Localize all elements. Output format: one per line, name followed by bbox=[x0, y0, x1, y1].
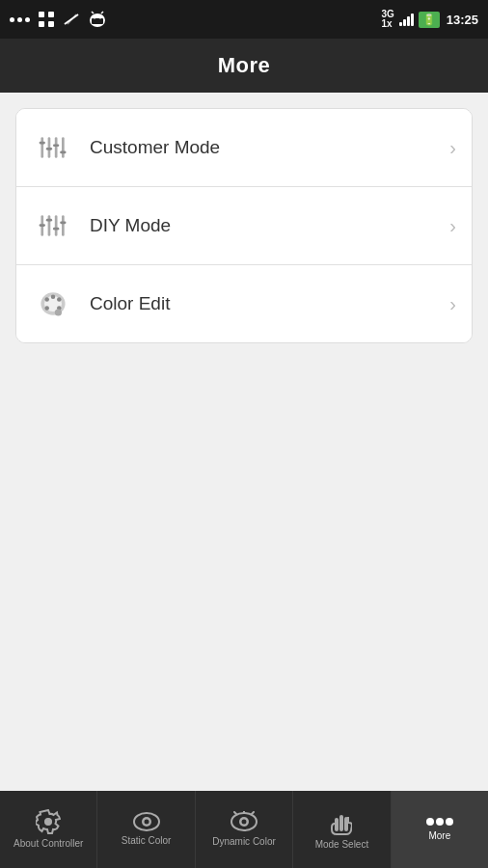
grid-icon bbox=[38, 11, 55, 28]
bar3 bbox=[407, 16, 410, 26]
network-type: 3G1x bbox=[381, 10, 393, 29]
diy-mode-label: DIY Mode bbox=[90, 215, 449, 236]
svg-line-11 bbox=[101, 12, 103, 14]
svg-line-5 bbox=[68, 14, 76, 24]
svg-point-32 bbox=[57, 297, 62, 302]
diy-mode-item[interactable]: DIY Mode › bbox=[16, 187, 472, 265]
svg-point-31 bbox=[51, 295, 56, 300]
svg-point-52 bbox=[446, 818, 453, 826]
color-edit-item[interactable]: Color Edit › bbox=[16, 265, 472, 342]
bottom-nav: About Controller Static Color Dynamic Co… bbox=[0, 791, 488, 868]
svg-rect-2 bbox=[39, 21, 44, 27]
bar4 bbox=[411, 14, 414, 26]
svg-rect-0 bbox=[39, 12, 44, 17]
svg-rect-16 bbox=[40, 142, 45, 145]
dynamic-eye-icon bbox=[230, 811, 258, 832]
battery-indicator: 🔋 bbox=[419, 12, 440, 28]
svg-rect-19 bbox=[60, 151, 66, 154]
dynamic-color-label: Dynamic Color bbox=[212, 836, 276, 848]
svg-rect-12 bbox=[41, 137, 43, 158]
color-edit-label: Color Edit bbox=[90, 293, 449, 314]
dot3 bbox=[25, 17, 30, 22]
svg-point-35 bbox=[55, 309, 62, 315]
svg-rect-14 bbox=[55, 137, 58, 158]
bar1 bbox=[399, 22, 402, 26]
menu-list: Customer Mode › DIY Mode › bbox=[15, 108, 473, 343]
svg-line-10 bbox=[92, 12, 94, 14]
diy-mode-icon bbox=[32, 204, 74, 247]
battery-icon: 🔋 bbox=[422, 14, 436, 26]
svg-rect-7 bbox=[92, 18, 103, 24]
hand-icon bbox=[331, 808, 352, 835]
more-label: More bbox=[428, 830, 450, 842]
status-right: 3G1x 🔋 13:25 bbox=[381, 10, 478, 29]
svg-rect-48 bbox=[339, 815, 343, 831]
dot1 bbox=[10, 17, 14, 22]
dot2 bbox=[17, 17, 22, 22]
svg-point-30 bbox=[44, 297, 49, 302]
svg-point-51 bbox=[436, 818, 444, 826]
more-dots-icon bbox=[425, 817, 454, 827]
svg-rect-15 bbox=[62, 137, 65, 158]
svg-rect-25 bbox=[46, 219, 52, 222]
svg-point-50 bbox=[426, 818, 434, 826]
color-edit-arrow: › bbox=[449, 293, 456, 315]
customer-mode-item[interactable]: Customer Mode › bbox=[16, 109, 472, 187]
wifi-icon bbox=[63, 11, 80, 28]
customer-mode-icon bbox=[32, 126, 74, 169]
nav-dynamic-color[interactable]: Dynamic Color bbox=[196, 791, 293, 868]
svg-point-9 bbox=[99, 16, 102, 19]
svg-line-44 bbox=[234, 812, 236, 814]
svg-point-40 bbox=[144, 820, 149, 825]
svg-rect-1 bbox=[48, 12, 54, 17]
nav-about-controller[interactable]: About Controller bbox=[0, 791, 97, 868]
color-edit-icon bbox=[32, 283, 74, 325]
static-color-label: Static Color bbox=[122, 835, 172, 847]
status-left bbox=[10, 11, 107, 28]
svg-rect-23 bbox=[62, 215, 65, 236]
svg-rect-21 bbox=[48, 215, 51, 236]
title-bar: More bbox=[0, 39, 488, 93]
page-title: More bbox=[218, 53, 271, 78]
nav-mode-select[interactable]: Mode Select bbox=[293, 791, 391, 868]
svg-rect-17 bbox=[46, 148, 52, 150]
status-dots bbox=[10, 17, 30, 22]
mode-select-label: Mode Select bbox=[315, 839, 369, 851]
svg-rect-18 bbox=[53, 144, 59, 147]
svg-rect-27 bbox=[60, 222, 66, 225]
gear-icon bbox=[36, 809, 61, 834]
svg-rect-24 bbox=[40, 224, 45, 227]
svg-rect-26 bbox=[53, 228, 59, 231]
status-bar: 3G1x 🔋 13:25 bbox=[0, 0, 488, 39]
main-content: Customer Mode › DIY Mode › bbox=[0, 93, 488, 791]
time-display: 13:25 bbox=[447, 13, 478, 27]
customer-mode-arrow: › bbox=[449, 137, 456, 159]
signal-bars bbox=[399, 13, 414, 26]
svg-point-37 bbox=[45, 819, 52, 826]
eye-icon bbox=[133, 812, 160, 831]
bar2 bbox=[403, 19, 406, 26]
about-controller-label: About Controller bbox=[14, 838, 83, 850]
android-icon bbox=[88, 11, 107, 28]
svg-rect-47 bbox=[335, 818, 339, 831]
svg-point-34 bbox=[44, 306, 49, 311]
svg-rect-3 bbox=[48, 21, 54, 27]
nav-static-color[interactable]: Static Color bbox=[97, 791, 195, 868]
svg-point-8 bbox=[94, 16, 96, 19]
svg-point-43 bbox=[242, 820, 247, 825]
nav-more[interactable]: More bbox=[392, 791, 488, 868]
svg-rect-22 bbox=[55, 215, 58, 236]
customer-mode-label: Customer Mode bbox=[90, 137, 449, 158]
diy-mode-arrow: › bbox=[449, 215, 456, 237]
svg-line-46 bbox=[252, 812, 254, 814]
